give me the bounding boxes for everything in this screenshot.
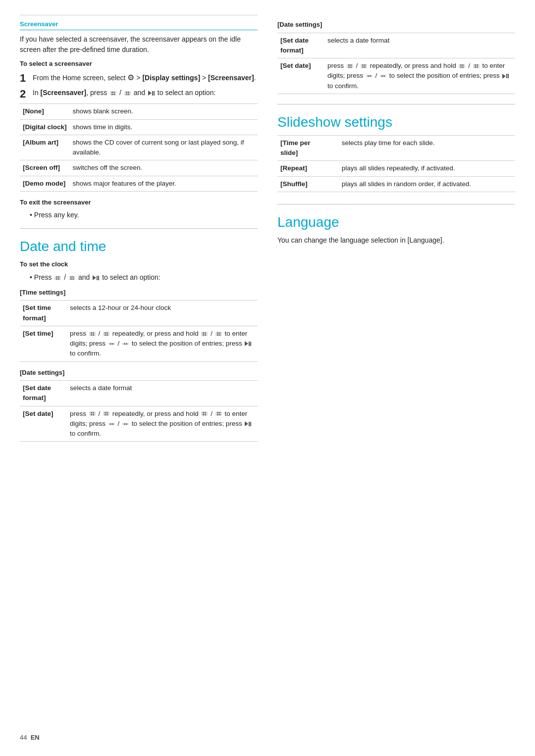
table-row: [Digital clock] shows time in digits. bbox=[20, 119, 258, 135]
date-options-table: [Set dateformat] selects a date format [… bbox=[20, 380, 258, 442]
table-row: [Set date] press / repeatedly, or press … bbox=[277, 58, 515, 94]
set-clock-heading: To set the clock bbox=[20, 259, 258, 269]
table-row: [None] shows blank screen. bbox=[20, 104, 258, 119]
slideshow-title: Slideshow settings bbox=[277, 114, 515, 130]
date-settings-right-label: [Date settings] bbox=[277, 20, 515, 30]
date-time-title: Date and time bbox=[20, 239, 258, 254]
ni1 bbox=[89, 332, 96, 336]
right-separator-1 bbox=[277, 104, 515, 104]
screensaver-title: Screensaver bbox=[20, 20, 258, 30]
ni8 bbox=[103, 411, 109, 416]
table-row: [Set dateformat] selects a date format bbox=[20, 381, 258, 406]
nav-icon-2 bbox=[69, 276, 75, 280]
ni9 bbox=[201, 411, 208, 416]
date-time-section: Date and time To set the clock Press / a… bbox=[20, 239, 258, 442]
right-separator-2 bbox=[277, 204, 515, 204]
screensaver-section: Screensaver If you have selected a scree… bbox=[20, 15, 258, 220]
ni10 bbox=[215, 411, 222, 416]
nav-icon-1 bbox=[54, 276, 61, 280]
date-settings-label: [Date settings] bbox=[20, 368, 258, 378]
step-1: 1 From the Home screen, select ⚙ > [Disp… bbox=[20, 72, 258, 85]
playpause-icon-2 bbox=[93, 275, 99, 280]
exit-steps: Press any key. bbox=[20, 210, 258, 220]
set-clock-bullet-list: Press / and to select an o bbox=[20, 272, 258, 283]
table-row: [Set timeformat] selects a 12-hour or 24… bbox=[20, 301, 258, 326]
table-row: [Shuffle] plays all slides in random ord… bbox=[277, 176, 515, 192]
date-settings-right-section: [Date settings] [Set dateformat] selects… bbox=[277, 20, 515, 94]
rni4 bbox=[473, 64, 480, 68]
ni12 bbox=[122, 423, 129, 425]
language-section: Language You can change the language sel… bbox=[277, 214, 515, 246]
right-column: [Date settings] [Set dateformat] selects… bbox=[277, 15, 515, 448]
pp4 bbox=[245, 421, 251, 426]
screensaver-steps: 1 From the Home screen, select ⚙ > [Disp… bbox=[20, 72, 258, 101]
table-row: [Set date] press / repeatedly, or press … bbox=[20, 406, 258, 442]
table-row: [Time perslide] selects play time for ea… bbox=[277, 135, 515, 161]
table-row: [Demo mode] shows major features of the … bbox=[20, 176, 258, 191]
table-row: [Set dateformat] selects a date format bbox=[277, 33, 515, 58]
select-screensaver-heading: To select a screensaver bbox=[20, 59, 258, 69]
table-row: [Album art] shows the CD cover of curren… bbox=[20, 135, 258, 160]
ni6 bbox=[122, 343, 129, 345]
rpp1 bbox=[502, 74, 509, 79]
separator bbox=[20, 228, 258, 229]
next-nav-icon bbox=[124, 91, 131, 96]
ni5 bbox=[108, 343, 115, 345]
language-text: You can change the language selection in… bbox=[277, 235, 515, 246]
screensaver-options-table: [None] shows blank screen. [Digital cloc… bbox=[20, 103, 258, 192]
left-column: Screensaver If you have selected a scree… bbox=[20, 15, 258, 448]
table-row: [Screen off] switches off the screen. bbox=[20, 160, 258, 176]
table-row: [Repeat] plays all slides repeatedly, if… bbox=[277, 161, 515, 176]
rni2 bbox=[361, 64, 367, 68]
rni1 bbox=[347, 64, 353, 68]
language-title: Language bbox=[277, 214, 515, 230]
ni11 bbox=[108, 423, 115, 425]
ni7 bbox=[89, 411, 96, 416]
list-item: Press any key. bbox=[30, 210, 258, 220]
slideshow-options-table: [Time perslide] selects play time for ea… bbox=[277, 135, 515, 192]
ni2 bbox=[103, 332, 109, 336]
time-settings-label: [Time settings] bbox=[20, 288, 258, 298]
time-options-table: [Set timeformat] selects a 12-hour or 24… bbox=[20, 300, 258, 361]
rni6 bbox=[380, 75, 386, 77]
playpause-icon bbox=[148, 91, 155, 96]
list-item: Press / and to select an o bbox=[30, 272, 258, 283]
pp3 bbox=[245, 341, 251, 346]
table-row: [Set time] press / repeatedly, or press … bbox=[20, 326, 258, 361]
rni5 bbox=[366, 75, 373, 77]
page-number: 44 EN bbox=[20, 734, 40, 741]
rni3 bbox=[459, 64, 465, 68]
date-settings-right-table: [Set dateformat] selects a date format [… bbox=[277, 33, 515, 94]
screensaver-intro: If you have selected a screensaver, the … bbox=[20, 34, 258, 55]
slideshow-section: Slideshow settings [Time perslide] selec… bbox=[277, 114, 515, 192]
ni4 bbox=[215, 332, 222, 336]
ni3 bbox=[201, 332, 208, 336]
prev-nav-icon bbox=[110, 91, 116, 96]
exit-screensaver-heading: To exit the screensaver bbox=[20, 198, 258, 207]
step-2: 2 In [Screensaver], press / and bbox=[20, 88, 258, 101]
